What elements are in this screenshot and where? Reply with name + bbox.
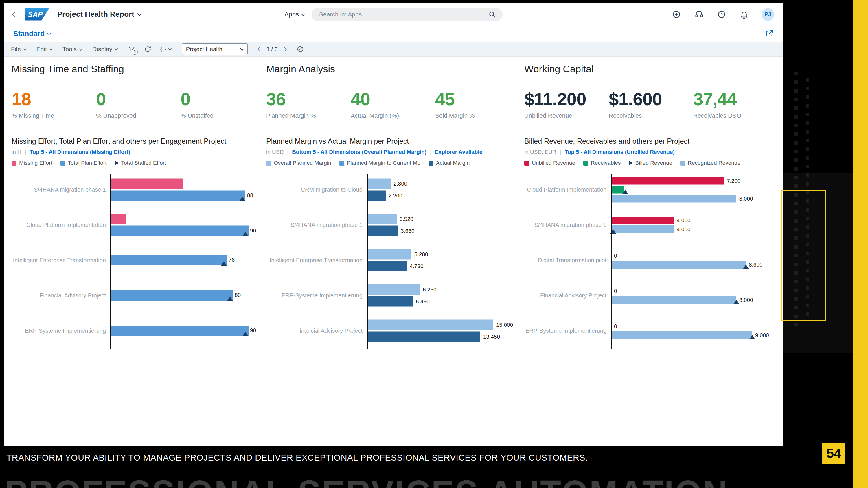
page-select[interactable]: Project Health: [182, 43, 248, 55]
bar-lane: 2.800: [367, 178, 520, 189]
bar-lane: 4.000: [611, 217, 778, 224]
slide-canvas: SAP Project Health Report Apps: [0, 0, 868, 488]
bar-lane: 8.000: [611, 195, 778, 203]
legend-actual-margin[interactable]: Actual Margin: [429, 160, 470, 166]
search-box[interactable]: [312, 8, 503, 21]
bar-overall-planned-margin: [367, 285, 420, 295]
apps-scope-dropdown[interactable]: Apps: [284, 11, 305, 18]
notifications-bell-icon[interactable]: [739, 9, 749, 20]
kpi-unstaffed[interactable]: 0% Unstaffed: [181, 90, 265, 119]
help-icon[interactable]: ?: [716, 9, 727, 20]
sap-logo: SAP: [25, 8, 49, 21]
chart-subtitle-link[interactable]: Top 5 - All Dimensions (Unbilled Revenue…: [565, 149, 675, 155]
legend-receivables[interactable]: Receivables: [583, 160, 621, 166]
kpi-label: Actual Margin (%): [351, 112, 435, 119]
legend-planned-margin-to-current-mo[interactable]: Planned Margin to Current Mo: [339, 160, 421, 166]
marker-billed-revenue: [749, 335, 755, 339]
bar-total-plan-effort: [111, 255, 227, 265]
triangle-swatch-icon: [629, 161, 633, 165]
kpi-unapproved[interactable]: 0% Unapproved: [96, 90, 181, 119]
kpi-receivables-dso[interactable]: 37,44Receivables DSO: [693, 90, 778, 119]
bar-value-label: 88: [247, 192, 253, 199]
legend-recognized-revenue[interactable]: Recognized Revenue: [680, 160, 740, 166]
bar-value-label: 2.200: [389, 193, 402, 199]
chevron-down-icon: [23, 47, 27, 51]
slash-circle-icon: [297, 45, 304, 53]
bar-value-label: 8.000: [739, 195, 753, 202]
bar-lane: 5.450: [367, 296, 520, 307]
filter-button[interactable]: 5: [128, 45, 135, 53]
bar-stack: 2.8002.200: [367, 178, 520, 201]
kpi-row: 36Planned Margin %40Actual Margin (%)45S…: [266, 90, 520, 119]
bar-area: 76: [111, 242, 265, 278]
bar-stack: 09.000: [611, 322, 778, 339]
bar-lane: [111, 255, 265, 265]
bar-receivables: [611, 186, 623, 194]
legend-label: Recognized Revenue: [688, 160, 740, 166]
legend-billed-revenue[interactable]: Billed Revenue: [629, 160, 673, 166]
category-label: S/4HANA migration phase 1: [266, 207, 367, 242]
chart-subtitle-link[interactable]: Explorer Available: [435, 149, 482, 155]
kpi-label: % Unstaffed: [181, 112, 265, 119]
kpi-sold-margin[interactable]: 45Sold Margin %: [435, 90, 520, 119]
chevron-left-icon: [12, 11, 19, 18]
support-headset-icon[interactable]: [694, 9, 704, 20]
menu-file[interactable]: File: [11, 46, 26, 53]
legend-overall-planned-margin[interactable]: Overall Planned Margin: [266, 160, 331, 166]
bar-lane: 5.280: [367, 249, 520, 260]
legend-total-plan-effort[interactable]: Total Plan Effort: [60, 160, 107, 166]
chart-row: S/4HANA migration phase 188: [11, 172, 265, 207]
marker-total-staffed-effort: [243, 232, 248, 236]
bar-value-label: 80: [235, 292, 241, 298]
bar-lane: 8.000: [611, 296, 778, 304]
app-window: SAP Project Health Report Apps: [4, 3, 783, 446]
kpi-receivables[interactable]: $1.600Receivables: [609, 90, 693, 119]
kpi-missing-time[interactable]: 18% Missing Time: [11, 90, 96, 119]
formula-button[interactable]: { }: [160, 46, 171, 53]
legend-unbilled-revenue[interactable]: Unbilled Revenue: [524, 160, 575, 166]
user-avatar[interactable]: PJ: [762, 8, 774, 21]
refresh-button[interactable]: [144, 45, 152, 53]
bar-recognized-revenue: [611, 296, 736, 304]
bar-missing-effort: [111, 178, 183, 189]
kpi-unbilled-revenue[interactable]: $11.200Unbilled Revenue: [524, 90, 609, 119]
bar-lane: [611, 186, 778, 194]
color-swatch-icon: [583, 161, 588, 166]
dashboard-content: Missing Time and Staffing18% Missing Tim…: [4, 57, 783, 446]
color-swatch-icon: [680, 161, 685, 166]
kpi-planned-margin[interactable]: 36Planned Margin %: [266, 90, 351, 119]
kpi-label: % Missing Time: [11, 112, 96, 119]
chart-subtitle-link[interactable]: Bottom 5 - All Dimensions (Overall Plann…: [292, 149, 427, 155]
legend-missing-effort[interactable]: Missing Effort: [11, 160, 52, 166]
svg-text:?: ?: [720, 12, 723, 17]
bar-unbilled-revenue: [611, 217, 674, 224]
back-button[interactable]: [13, 12, 18, 17]
next-page-button[interactable]: [283, 48, 286, 51]
bar-lane: 3.520: [367, 214, 520, 224]
bar-area: 2.8002.200: [367, 172, 520, 207]
bar-stack: 7.2008.000: [611, 177, 778, 203]
kpi-value: 45: [435, 90, 520, 108]
bar-value-label: 8.600: [749, 262, 763, 268]
menu-display[interactable]: Display: [92, 46, 118, 53]
report-title-menu[interactable]: Project Health Report: [57, 10, 141, 19]
yellow-accent-stripe: [853, 0, 868, 488]
divider: |: [430, 149, 431, 155]
share-button[interactable]: [765, 29, 774, 38]
chart-subtitle-link[interactable]: Top 5 - All Dimensions (Missing Effort): [30, 149, 130, 155]
search-icon[interactable]: [487, 9, 497, 20]
search-input[interactable]: [318, 11, 487, 18]
menu-tools[interactable]: Tools: [62, 46, 82, 53]
marker-billed-revenue: [734, 300, 739, 304]
assistant-icon[interactable]: [671, 9, 682, 20]
disable-interaction-button[interactable]: [297, 45, 304, 53]
prev-page-button[interactable]: [258, 48, 261, 51]
legend-total-staffed-effort[interactable]: Total Staffed Effort: [115, 160, 166, 166]
kpi-actual-margin[interactable]: 40Actual Margin (%): [351, 90, 435, 119]
view-selector[interactable]: Standard: [13, 30, 51, 38]
category-label: ERP-Systeme Implementierung: [11, 313, 111, 348]
toolbar: File Edit Tools Display 5 { } Project He…: [4, 42, 783, 57]
category-label: Cloud Platform Implementation: [524, 172, 611, 207]
menu-edit[interactable]: Edit: [36, 46, 52, 53]
marker-total-staffed-effort: [227, 297, 233, 301]
